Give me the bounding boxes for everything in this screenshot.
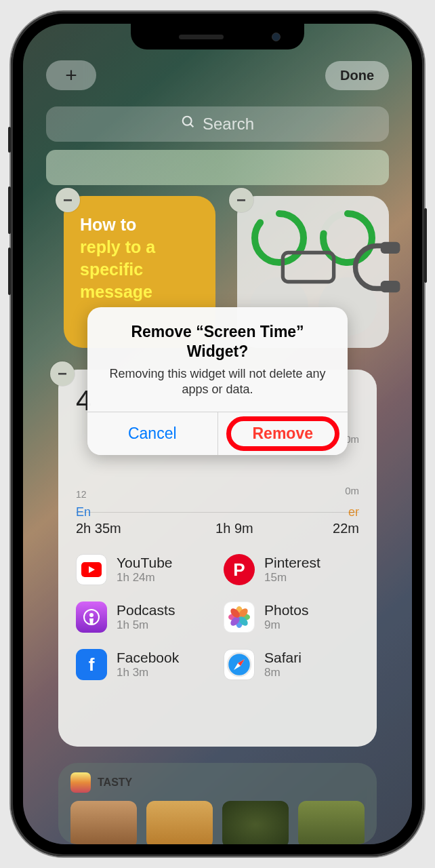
notch	[131, 24, 304, 50]
volume-up-button	[8, 186, 11, 234]
screen: + Done Search − How to reply to a specif…	[23, 24, 412, 844]
alert-buttons: Cancel Remove	[87, 412, 348, 455]
power-button	[424, 208, 427, 283]
remove-button[interactable]: Remove	[218, 412, 348, 455]
alert-message: Removing this widget will not delete any…	[87, 366, 348, 412]
speaker	[179, 35, 224, 39]
remove-widget-alert: Remove “Screen Time” Widget? Removing th…	[87, 307, 348, 455]
modal-overlay: Remove “Screen Time” Widget? Removing th…	[23, 24, 412, 844]
remove-label: Remove	[253, 425, 313, 442]
volume-down-button	[8, 248, 11, 295]
cancel-button[interactable]: Cancel	[87, 412, 218, 455]
side-button	[8, 127, 11, 153]
front-camera	[272, 33, 281, 41]
iphone-frame: + Done Search − How to reply to a specif…	[11, 12, 424, 856]
cancel-label: Cancel	[128, 425, 177, 442]
alert-title: Remove “Screen Time” Widget?	[87, 307, 348, 366]
